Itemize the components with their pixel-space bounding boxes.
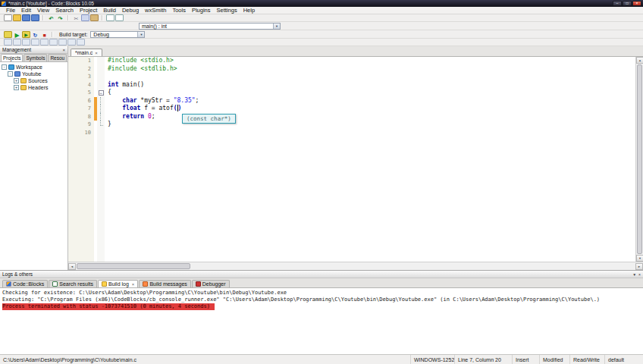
tree-item-label: Youtube: [22, 71, 41, 77]
various-info-icon[interactable]: [77, 39, 85, 46]
rebuild-icon[interactable]: ↻: [31, 31, 39, 38]
debugging-windows-icon[interactable]: [67, 39, 76, 46]
code-text: {: [105, 89, 643, 97]
cut-icon[interactable]: ✂: [72, 14, 80, 21]
close-panel-icon[interactable]: ×: [638, 272, 641, 277]
paste-icon[interactable]: [90, 14, 99, 21]
menu-item-search[interactable]: Search: [52, 7, 77, 14]
debugger-toolbar: [0, 39, 643, 46]
menu-item-wxsmith[interactable]: wxSmith: [142, 7, 169, 14]
step-out-icon[interactable]: [40, 39, 49, 46]
menu-item-help[interactable]: Help: [240, 7, 258, 14]
scroll-up-icon[interactable]: ▲: [636, 57, 643, 64]
compile-icon[interactable]: [4, 31, 12, 38]
toggle-breakpoint-icon[interactable]: [58, 39, 67, 46]
line-number: 8: [68, 113, 94, 121]
menu-item-edit[interactable]: Edit: [18, 7, 34, 14]
toolbar-separator: [102, 15, 103, 20]
tree-item-youtube[interactable]: -Youtube: [0, 71, 67, 77]
close-button[interactable]: ×: [632, 1, 641, 6]
log-tab-code-blocks[interactable]: Code::Blocks: [2, 280, 48, 287]
step-into-icon[interactable]: [31, 39, 39, 46]
log-tab-search-results[interactable]: Search results: [49, 280, 97, 287]
menu-item-view[interactable]: View: [34, 7, 52, 14]
collapse-panel-icon[interactable]: ▼: [632, 272, 636, 277]
expand-icon[interactable]: +: [14, 78, 19, 83]
minimize-button[interactable]: –: [613, 1, 622, 6]
menu-item-debug[interactable]: Debug: [119, 7, 142, 14]
menu-item-settings[interactable]: Settings: [214, 7, 240, 14]
statusbar-profile: default: [605, 355, 643, 364]
close-tab-icon[interactable]: ×: [95, 51, 98, 55]
log-tab-label: Code::Blocks: [13, 281, 44, 287]
build-target-combobox[interactable]: Debug ▼: [90, 31, 145, 38]
logs-caption: Logs & others ▼ ×: [0, 271, 643, 278]
line-number: 10: [68, 129, 94, 137]
code-line: 8 return 0;: [68, 113, 643, 121]
find-icon[interactable]: [106, 14, 114, 21]
debug-icon[interactable]: [4, 39, 12, 46]
collapse-icon[interactable]: -: [2, 64, 7, 70]
horizontal-scrollbar[interactable]: ◄ ►: [68, 262, 643, 270]
next-line-icon[interactable]: [22, 39, 30, 46]
menu-item-file[interactable]: File: [3, 7, 18, 14]
close-panel-icon[interactable]: ×: [62, 48, 65, 52]
code-text: int main(): [105, 81, 643, 89]
collapse-icon[interactable]: -: [8, 71, 13, 77]
undo-icon[interactable]: ↶: [47, 14, 55, 21]
main-area: Management × ProjectsSymbolsResou -Works…: [0, 46, 643, 270]
new-file-icon[interactable]: [4, 14, 12, 21]
tree-item-workspace[interactable]: -Workspace: [0, 64, 67, 71]
menu-item-plugins[interactable]: Plugins: [189, 7, 214, 14]
scroll-down-icon[interactable]: ▼: [636, 255, 643, 262]
management-tab-resou[interactable]: Resou: [48, 54, 67, 61]
fold-collapse-icon[interactable]: −: [99, 90, 104, 96]
log-tab-label: Build log: [108, 281, 129, 287]
codeblocks-logo-icon: [2, 2, 6, 6]
tree-item-headers[interactable]: +Headers: [0, 84, 67, 91]
menu-item-build[interactable]: Build: [100, 7, 119, 14]
management-tab-symbols[interactable]: Symbols: [24, 54, 47, 61]
fold-margin: [97, 65, 105, 74]
code-line: 6 char *myStr = "8.35";: [68, 97, 643, 105]
save-all-icon[interactable]: [31, 14, 39, 21]
close-tab-icon[interactable]: ×: [132, 282, 135, 287]
toolbar-separator: [67, 15, 69, 20]
log-tab-build-messages[interactable]: Build messages: [139, 280, 190, 287]
window-controls: – □ ×: [613, 1, 641, 6]
fold-margin: [97, 105, 105, 113]
chevron-down-icon[interactable]: ▼: [137, 32, 144, 37]
management-tab-projects[interactable]: Projects: [1, 54, 23, 61]
menu-item-project[interactable]: Project: [77, 7, 100, 14]
code-text: [105, 73, 643, 81]
save-icon[interactable]: [22, 14, 30, 21]
vertical-scrollbar[interactable]: ▲ ▼: [635, 57, 643, 262]
symbol-combobox[interactable]: main() : int ▼: [139, 23, 281, 30]
code-editor[interactable]: 1#include <stdio.h>2#include <stdlib.h>3…: [68, 57, 643, 262]
next-instruction-icon[interactable]: [49, 39, 58, 46]
chevron-down-icon[interactable]: ▼: [273, 24, 280, 29]
log-tab-label: Search results: [59, 281, 93, 287]
log-tab-label: Debugger: [202, 281, 226, 287]
scrollbar-thumb[interactable]: [77, 263, 190, 269]
editor-tab-main-c[interactable]: *main.c ×: [71, 49, 102, 56]
open-icon[interactable]: [13, 14, 21, 21]
run-to-cursor-icon[interactable]: [13, 39, 21, 46]
run-icon[interactable]: ▶: [13, 31, 21, 38]
replace-icon[interactable]: [115, 14, 124, 21]
log-tab-build-log[interactable]: Build log×: [98, 280, 138, 287]
log-tab-debugger[interactable]: Debugger: [192, 280, 230, 287]
maximize-button[interactable]: □: [623, 1, 632, 6]
copy-icon[interactable]: [81, 14, 89, 21]
scroll-right-icon[interactable]: ►: [635, 263, 643, 270]
build-log-output: Checking for existence: C:\Users\Adam\De…: [0, 288, 643, 354]
menu-item-tools[interactable]: Tools: [169, 7, 189, 14]
log-line: Process terminated with status -10737415…: [2, 303, 215, 310]
abort-icon[interactable]: ■: [40, 31, 49, 38]
redo-icon[interactable]: ↷: [56, 14, 64, 21]
build-and-run-icon[interactable]: ▶: [22, 31, 30, 38]
expand-icon[interactable]: +: [14, 85, 19, 90]
scroll-left-icon[interactable]: ◄: [68, 263, 76, 270]
scrollbar-thumb[interactable]: [637, 64, 642, 254]
tree-item-sources[interactable]: +Sources: [0, 77, 67, 84]
